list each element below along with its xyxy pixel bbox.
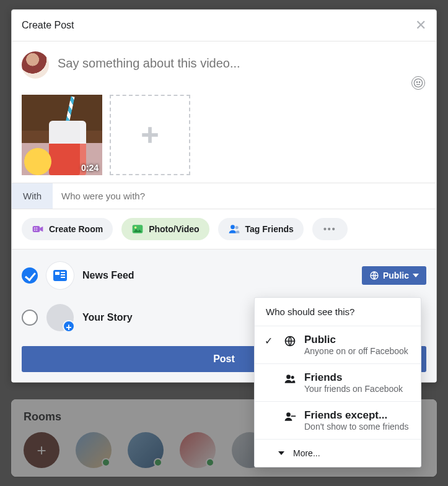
globe-icon [283, 334, 297, 347]
media-attachments: 0:24 [12, 84, 436, 183]
friends-except-icon [283, 409, 297, 423]
video-thumbnail[interactable]: 0:24 [22, 95, 102, 175]
news-feed-radio[interactable] [22, 267, 38, 284]
add-media-button[interactable] [110, 95, 190, 175]
svg-point-1 [416, 82, 417, 82]
your-story-icon-wrap: + [46, 304, 74, 331]
add-story-plus-icon: + [63, 320, 75, 332]
svg-point-16 [291, 376, 294, 379]
create-room-chip[interactable]: Create Room [22, 218, 113, 240]
friends-icon [283, 371, 297, 385]
globe-icon [369, 271, 379, 280]
news-feed-icon [53, 270, 67, 281]
option-subtitle: Don't show to some friends [304, 422, 408, 432]
post-text-input[interactable] [58, 51, 426, 71]
more-label: More... [293, 448, 320, 458]
composer-row [12, 41, 436, 84]
check-placeholder [265, 409, 276, 410]
with-input[interactable] [53, 183, 436, 209]
option-title: Public [304, 334, 408, 346]
tag-friends-icon [228, 223, 240, 235]
video-duration: 0:24 [81, 163, 99, 173]
privacy-option-public[interactable]: ✓ Public Anyone on or off Facebook [255, 326, 421, 363]
check-placeholder [265, 371, 276, 373]
svg-rect-18 [291, 415, 296, 417]
svg-point-12 [235, 226, 238, 229]
privacy-dropdown: Who should see this? ✓ Public Anyone on … [254, 297, 421, 467]
chip-label: Photo/Video [149, 224, 199, 234]
privacy-dropdown-heading: Who should see this? [255, 298, 421, 326]
news-feed-icon-wrap [46, 262, 74, 289]
modal-title: Create Post [22, 20, 74, 31]
check-icon: ✓ [265, 334, 276, 347]
svg-point-17 [286, 412, 291, 417]
option-title: Friends except... [304, 409, 408, 422]
photo-video-chip[interactable]: Photo/Video [121, 218, 209, 240]
your-story-label: Your Story [82, 312, 133, 323]
emoji-picker-icon[interactable] [411, 76, 425, 90]
privacy-button-label: Public [383, 271, 409, 280]
privacy-selector-button[interactable]: Public [362, 266, 426, 285]
svg-rect-8 [33, 228, 38, 230]
tag-with-row: With [12, 183, 436, 209]
close-icon[interactable]: ✕ [415, 17, 426, 33]
with-label: With [12, 183, 53, 209]
photo-icon [131, 223, 144, 235]
chip-label: Tag Friends [245, 224, 294, 234]
chip-label: Create Room [49, 224, 103, 234]
news-feed-label: News Feed [82, 270, 134, 281]
modal-header: Create Post ✕ [12, 10, 436, 41]
caret-down-icon [278, 451, 284, 455]
news-feed-row[interactable]: News Feed Public [22, 262, 426, 289]
tag-friends-chip[interactable]: Tag Friends [218, 218, 304, 240]
privacy-more-button[interactable]: More... [255, 439, 421, 467]
caret-down-icon [413, 274, 419, 277]
option-subtitle: Your friends on Facebook [304, 384, 403, 394]
composer-options-row: Create Room Photo/Video Tag Friends ••• [12, 209, 436, 250]
svg-point-2 [419, 82, 419, 82]
svg-rect-4 [142, 133, 158, 137]
your-story-radio[interactable] [22, 310, 38, 326]
more-options-chip[interactable]: ••• [312, 218, 348, 240]
privacy-option-friends-except[interactable]: Friends except... Don't show to some fri… [255, 401, 421, 439]
option-subtitle: Anyone on or off Facebook [304, 346, 408, 356]
privacy-option-friends[interactable]: Friends Your friends on Facebook [255, 363, 421, 401]
svg-point-11 [231, 225, 235, 229]
svg-point-10 [134, 227, 136, 228]
svg-point-15 [286, 375, 291, 379]
ellipsis-icon: ••• [323, 224, 336, 234]
option-title: Friends [304, 371, 403, 384]
user-avatar[interactable] [22, 51, 49, 79]
svg-point-0 [414, 79, 422, 87]
video-camera-icon [32, 223, 44, 235]
